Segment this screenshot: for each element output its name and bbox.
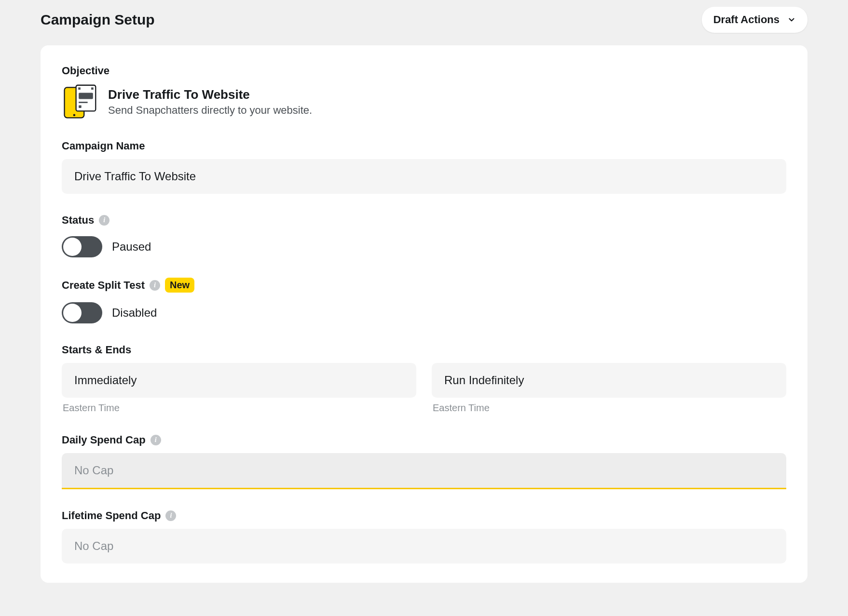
page-title: Campaign Setup [41,12,155,28]
objective-title: Drive Traffic To Website [108,87,312,102]
split-test-section: Create Split Test i New Disabled [62,278,786,323]
svg-rect-4 [91,87,94,90]
daily-spend-cap-section: Daily Spend Cap i [62,434,786,489]
status-value: Paused [112,240,151,254]
start-date-select[interactable]: Immediately [62,363,416,398]
daily-spend-cap-label: Daily Spend Cap [62,434,146,446]
end-timezone-text: Eastern Time [432,402,786,414]
start-timezone-text: Eastern Time [62,402,416,414]
svg-rect-7 [79,105,82,108]
campaign-name-section: Campaign Name [62,140,786,194]
starts-ends-label: Starts & Ends [62,344,786,356]
traffic-website-icon [62,84,97,120]
objective-label: Objective [62,65,786,77]
lifetime-spend-cap-label: Lifetime Spend Cap [62,509,161,522]
campaign-name-label: Campaign Name [62,140,786,152]
info-icon[interactable]: i [150,280,160,291]
lifetime-spend-cap-input[interactable] [62,529,786,563]
lifetime-spend-cap-section: Lifetime Spend Cap i [62,509,786,563]
svg-rect-3 [78,87,81,90]
status-section: Status i Paused [62,214,786,257]
svg-rect-5 [79,93,93,99]
draft-actions-label: Draft Actions [713,13,780,26]
chevron-down-icon [787,15,796,24]
status-label: Status [62,214,94,227]
campaign-setup-card: Objective Drive Traffic To Website Send … [41,45,807,583]
daily-spend-cap-input[interactable] [62,453,786,489]
svg-rect-6 [79,102,88,103]
objective-description: Send Snapchatters directly to your websi… [108,104,312,117]
campaign-name-input[interactable] [62,159,786,194]
new-badge: New [165,278,194,293]
status-toggle[interactable] [62,236,102,257]
end-date-select[interactable]: Run Indefinitely [432,363,786,398]
toggle-knob [63,304,82,322]
split-test-value: Disabled [112,306,157,320]
objective-section: Objective Drive Traffic To Website Send … [62,65,786,120]
starts-ends-section: Starts & Ends Immediately Eastern Time R… [62,344,786,414]
info-icon[interactable]: i [165,510,176,521]
split-test-toggle[interactable] [62,302,102,323]
draft-actions-button[interactable]: Draft Actions [702,7,807,33]
svg-point-1 [73,114,76,116]
info-icon[interactable]: i [99,215,109,226]
toggle-knob [63,238,82,256]
split-test-label: Create Split Test [62,279,145,292]
info-icon[interactable]: i [150,435,161,445]
